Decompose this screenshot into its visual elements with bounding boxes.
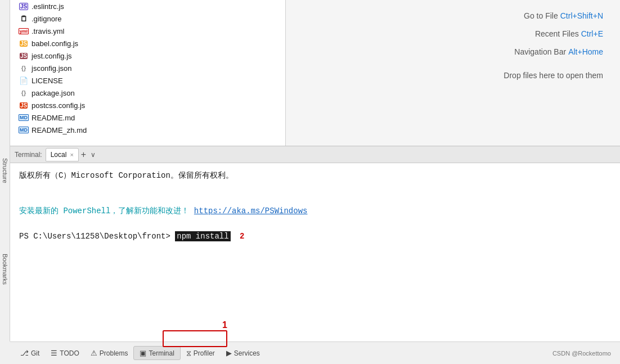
terminal-label: Terminal: <box>15 151 42 159</box>
file-name: jest.config.js <box>32 52 72 60</box>
profiler-icon: ⧖ <box>186 349 191 358</box>
file-name: .gitignore <box>32 15 61 23</box>
terminal-blank-1 <box>19 185 611 195</box>
recent-files-key: Ctrl+E <box>581 29 603 38</box>
terminal-prompt-text: PS C:\Users\11258\Desktop\front> <box>19 232 170 241</box>
file-icon-git: 🗒 <box>19 14 28 23</box>
file-name: postcss.config.js <box>32 101 85 110</box>
shortcut-goto-file: Go to File Ctrl+Shift+N <box>524 11 603 20</box>
file-item[interactable]: 🗒.gitignore <box>10 12 285 25</box>
todo-icon: ☰ <box>51 349 57 357</box>
file-name: LICENSE <box>32 77 63 85</box>
terminal-command: npm install <box>175 231 230 241</box>
file-name: package.json <box>32 89 75 97</box>
content-area: JS.eslintrc.js🗒.gitignoreyml.travis.ymlJ… <box>10 0 620 364</box>
status-item-todo[interactable]: ☰TODO <box>45 347 84 359</box>
file-icon-jest: JS <box>19 51 28 60</box>
file-icon-eslint: JS <box>19 2 28 11</box>
git-label: Git <box>31 349 39 357</box>
top-area: JS.eslintrc.js🗒.gitignoreyml.travis.ymlJ… <box>10 0 620 146</box>
file-item[interactable]: {}package.json <box>10 87 285 99</box>
problems-label: Problems <box>100 349 128 357</box>
file-name: .travis.yml <box>32 27 65 35</box>
terminal-blank-3 <box>19 221 611 231</box>
profiler-label: Profiler <box>194 349 215 357</box>
drop-files-text: Drop files here to open them <box>504 71 603 80</box>
status-item-git[interactable]: ⎇Git <box>15 347 45 359</box>
file-icon-babel: JS <box>19 39 28 48</box>
terminal-tab-local[interactable]: Local × <box>46 148 79 161</box>
terminal-icon: ▣ <box>140 349 146 357</box>
file-name: babel.config.js <box>32 39 78 48</box>
file-item[interactable]: {}jsconfig.json <box>10 62 285 74</box>
file-icon-md: MD <box>19 113 28 122</box>
file-item[interactable]: yml.travis.yml <box>10 25 285 37</box>
terminal-blank-2 <box>19 195 611 205</box>
structure-label: Structure <box>2 158 8 183</box>
status-item-problems[interactable]: ⚠Problems <box>85 347 134 359</box>
nav-bar-key: Alt+Home <box>568 47 603 56</box>
goto-file-label: Go to File <box>524 11 558 20</box>
goto-file-key: Ctrl+Shift+N <box>560 11 603 20</box>
file-icon-postcss: JS <box>19 101 28 110</box>
terminal-install-line: 安装最新的 PowerShell，了解新功能和改进！ https://aka.m… <box>19 205 611 217</box>
file-icon-json: {} <box>19 64 28 73</box>
services-icon: ▶ <box>226 349 232 357</box>
terminal-label: Terminal <box>149 349 174 357</box>
terminal-tab-close-icon[interactable]: × <box>70 151 73 158</box>
terminal-annotation-2: 2 <box>240 232 244 241</box>
status-item-profiler[interactable]: ⧖Profiler <box>181 347 221 360</box>
file-list-panel[interactable]: JS.eslintrc.js🗒.gitignoreyml.travis.ymlJ… <box>10 0 286 146</box>
terminal-install-link[interactable]: https://aka.ms/PSWindows <box>194 206 308 215</box>
shortcut-recent-files: Recent Files Ctrl+E <box>535 29 603 38</box>
nav-bar-label: Navigation Bar <box>514 47 566 56</box>
status-bar: ⎇Git☰TODO⚠Problems▣Terminal⧖Profiler▶Ser… <box>10 341 620 364</box>
terminal-area: Terminal: Local × + ∨ 版权所有（C）Microsoft C… <box>10 146 620 341</box>
shortcut-nav-bar: Navigation Bar Alt+Home <box>514 47 603 56</box>
file-item[interactable]: 📄LICENSE <box>10 74 285 87</box>
terminal-copyright-line: 版权所有（C）Microsoft Corporation。保留所有权利。 <box>19 170 611 182</box>
main-container: Structure Bookmarks JS.eslintrc.js🗒.giti… <box>0 0 620 364</box>
file-item[interactable]: MDREADME.md <box>10 111 285 124</box>
file-icon-package: {} <box>19 88 28 97</box>
file-item[interactable]: JSjest.config.js <box>10 50 285 62</box>
file-icon-license: 📄 <box>19 76 28 85</box>
file-icon-yaml: yml <box>19 26 28 35</box>
file-icon-md: MD <box>19 125 28 134</box>
file-item[interactable]: JS.eslintrc.js <box>10 0 285 12</box>
services-label: Services <box>234 349 260 357</box>
problems-icon: ⚠ <box>91 349 97 357</box>
file-item[interactable]: JSbabel.config.js <box>10 37 285 50</box>
file-item[interactable]: MDREADME_zh.md <box>10 124 285 136</box>
terminal-install-text: 安装最新的 PowerShell，了解新功能和改进！ <box>19 206 189 215</box>
bookmarks-label: Bookmarks <box>2 254 8 285</box>
terminal-copyright: 版权所有（C）Microsoft Corporation。保留所有权利。 <box>19 171 233 180</box>
terminal-add-button[interactable]: + <box>79 150 88 159</box>
terminal-chevron-button[interactable]: ∨ <box>88 151 98 159</box>
terminal-content[interactable]: 版权所有（C）Microsoft Corporation。保留所有权利。 安装最… <box>10 163 620 341</box>
file-item[interactable]: JSpostcss.config.js <box>10 99 285 111</box>
terminal-tab-name: Local <box>51 151 67 159</box>
file-name: jsconfig.json <box>32 64 72 73</box>
status-item-services[interactable]: ▶Services <box>221 347 266 359</box>
status-item-terminal[interactable]: ▣Terminal <box>133 346 180 360</box>
recent-files-label: Recent Files <box>535 29 579 38</box>
todo-label: TODO <box>60 349 79 357</box>
file-name: README_zh.md <box>32 126 87 134</box>
terminal-header: Terminal: Local × + ∨ <box>10 146 620 163</box>
terminal-prompt-line: PS C:\Users\11258\Desktop\front> npm ins… <box>19 231 611 242</box>
sidebar-item-bookmarks[interactable]: Bookmarks <box>0 197 10 341</box>
file-name: .eslintrc.js <box>32 2 64 11</box>
git-icon: ⎇ <box>20 349 29 357</box>
file-name: README.md <box>32 114 75 122</box>
shortcut-list: Go to File Ctrl+Shift+N Recent Files Ctr… <box>303 11 603 80</box>
brand-label: CSDN @Rockettomo <box>552 350 611 357</box>
editor-area: Go to File Ctrl+Shift+N Recent Files Ctr… <box>286 0 620 146</box>
